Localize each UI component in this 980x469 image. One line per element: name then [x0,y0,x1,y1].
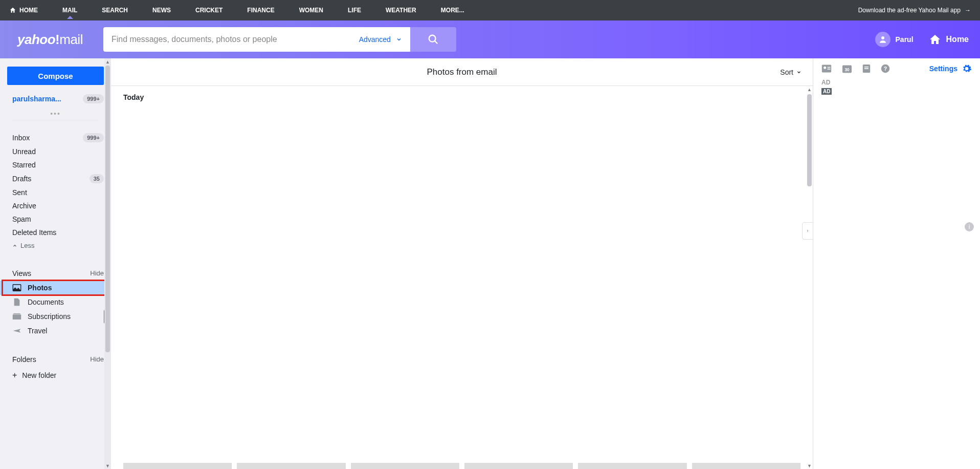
gear-icon [962,63,972,74]
ad-badge: AD [821,88,832,95]
settings-button[interactable]: Settings [929,63,972,74]
search-button[interactable] [410,27,456,52]
account-more[interactable]: ••• [12,110,99,120]
nav-women[interactable]: WOMEN [299,7,323,14]
scroll-up-icon: ▲ [807,87,812,92]
main-scrollbar[interactable]: ▲ ▼ [806,86,813,469]
folders-header: Folders Hide [0,352,111,367]
folders-hide-button[interactable]: Hide [90,355,104,364]
thumbnail[interactable] [692,463,800,469]
views-header: Views Hide [0,266,111,281]
nav-more[interactable]: MORE... [441,7,464,14]
nav-finance[interactable]: FINANCE [247,7,274,14]
file-icon [12,298,21,306]
chevron-down-icon [796,70,801,75]
svg-point-6 [823,67,826,69]
notepad-icon[interactable] [862,64,871,73]
home-button[interactable]: Home [929,33,969,46]
svg-rect-4 [13,313,20,314]
home-icon [9,7,16,14]
new-folder-button[interactable]: + New folder [0,368,111,383]
svg-text:?: ? [884,66,887,72]
view-travel[interactable]: Travel [0,324,111,338]
ad-label: AD [821,79,972,86]
scroll-down-icon: ▼ [105,463,110,468]
folder-unread[interactable]: Unread [0,145,111,158]
count-badge: 999+ [83,133,104,142]
view-subscriptions[interactable]: Subscriptions New [0,309,111,324]
nav-search[interactable]: SEARCH [102,7,128,14]
home-icon [929,33,941,46]
plus-icon: + [12,371,17,380]
main-header: Photos from email Sort [111,58,813,86]
sort-button[interactable]: Sort [780,68,801,76]
search-icon [428,34,439,45]
nav-weather[interactable]: WEATHER [386,7,416,14]
chevron-down-icon [396,36,402,42]
scroll-up-icon: ▲ [105,59,110,64]
chevron-right-icon [806,228,810,234]
svg-rect-13 [864,68,868,69]
account-badge: 999+ [83,94,104,103]
page-title: Photos from email [427,67,497,77]
compose-button[interactable]: Compose [7,67,104,85]
view-photos[interactable]: Photos [0,281,111,295]
folder-sent[interactable]: Sent [0,186,111,199]
thumbnail[interactable] [237,463,345,469]
folder-starred[interactable]: Starred [0,158,111,172]
advanced-search-button[interactable]: Advanced [355,35,402,44]
sidebar: Compose parulsharma... 999+ ••• Inbox999… [0,58,111,469]
main-content: Photos from email Sort Today ▲ ▼ [111,58,813,469]
person-icon [878,35,887,44]
expand-rail-button[interactable] [802,222,813,240]
folder-drafts[interactable]: Drafts35 [0,172,111,186]
search-box: Advanced [103,27,410,52]
nav-home[interactable]: HOME [9,7,38,14]
views-hide-button[interactable]: Hide [90,269,104,278]
user-menu[interactable]: Parul [875,32,914,47]
count-badge: 35 [90,174,104,183]
nav-cricket[interactable]: CRICKET [195,7,222,14]
sidebar-scrollbar[interactable]: ▲ ▼ [104,58,111,469]
scrollbar-thumb[interactable] [807,94,812,186]
subscriptions-icon [12,312,21,321]
download-app-link[interactable]: Download the ad-free Yahoo Mail app → [858,7,971,14]
help-icon[interactable]: ? [881,64,890,73]
folder-inbox[interactable]: Inbox999+ [0,131,111,145]
svg-rect-8 [828,69,831,70]
image-icon [12,284,21,292]
svg-text:30: 30 [844,68,850,72]
thumbnail[interactable] [351,463,459,469]
nav-life[interactable]: LIFE [348,7,361,14]
chevron-up-icon [12,243,17,248]
right-rail: 30 ? Settings AD AD i [813,58,980,469]
info-icon[interactable]: i [965,222,974,231]
plane-icon [12,327,21,335]
folder-spam[interactable]: Spam [0,212,111,226]
calendar-icon[interactable]: 30 [842,64,852,73]
svg-rect-3 [13,314,21,319]
folder-archive[interactable]: Archive [0,199,111,212]
svg-rect-12 [864,67,868,68]
thumbnail[interactable] [123,463,232,469]
view-documents[interactable]: Documents [0,295,111,309]
svg-point-0 [429,35,436,42]
nav-mail[interactable]: MAIL [62,7,77,14]
arrow-right-icon: → [965,7,971,14]
contacts-icon[interactable] [821,64,832,73]
folder-deleted[interactable]: Deleted Items [0,226,111,239]
thumbnail[interactable] [464,463,573,469]
nav-news[interactable]: NEWS [152,7,171,14]
less-toggle[interactable]: Less [0,239,111,252]
account-name: parulsharma... [12,95,61,103]
app-header: yahoo!mail Advanced Parul Home [0,20,980,58]
svg-rect-7 [828,67,831,68]
avatar [875,32,890,47]
logo: yahoo!mail [17,32,83,48]
account-row[interactable]: parulsharma... 999+ [0,94,111,103]
scroll-down-icon: ▼ [807,463,812,468]
thumbnail[interactable] [578,463,686,469]
global-nav: HOME MAIL SEARCH NEWS CRICKET FINANCE WO… [0,0,980,20]
scrollbar-thumb[interactable] [105,66,110,352]
search-input[interactable] [112,35,355,44]
